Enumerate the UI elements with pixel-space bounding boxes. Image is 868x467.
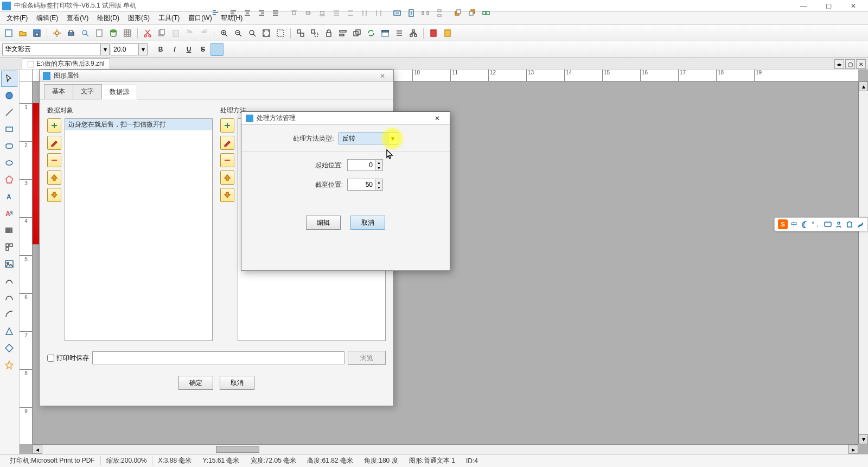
spacing-button-1[interactable] (332, 43, 345, 56)
spacing-button-3[interactable] (360, 43, 373, 56)
path-tool[interactable] (1, 273, 17, 289)
data-add-button[interactable] (47, 118, 61, 132)
align-right-button[interactable] (257, 43, 270, 56)
spin-down-icon[interactable]: ▼ (375, 165, 382, 171)
maximize-button[interactable]: ▢ (816, 0, 841, 12)
image-tool[interactable] (1, 256, 17, 272)
bold-button[interactable]: B (154, 43, 167, 56)
qrcode-tool[interactable] (1, 239, 17, 255)
end-pos-spinner[interactable]: ▲▼ (347, 179, 383, 191)
open-button[interactable] (16, 27, 29, 40)
dialog1-close-button[interactable]: ✕ (375, 71, 390, 81)
settings-button[interactable] (50, 27, 63, 40)
underline-button[interactable]: U (182, 43, 195, 56)
font-size-combo[interactable]: ▾ (111, 43, 148, 55)
save-path-input[interactable] (92, 351, 344, 364)
browse-button[interactable]: 浏览 (348, 351, 386, 365)
data-delete-button[interactable] (47, 153, 61, 167)
font-family-input[interactable] (3, 44, 100, 55)
preview-button[interactable] (79, 27, 92, 40)
align-center-button[interactable] (243, 43, 256, 56)
menu-file[interactable]: 文件(F) (2, 12, 32, 24)
spin-up-icon[interactable]: ▲ (375, 160, 382, 165)
align-left-button[interactable] (229, 43, 242, 56)
method-add-button[interactable] (220, 118, 234, 132)
spacing-button-4[interactable] (374, 43, 387, 56)
align-justify-button[interactable] (271, 43, 284, 56)
close-button[interactable]: ✕ (841, 0, 866, 12)
data-up-button[interactable] (47, 171, 61, 185)
distribute-v-button[interactable] (435, 43, 448, 56)
spin-up-icon[interactable]: ▲ (375, 179, 382, 185)
method-down-button[interactable] (220, 188, 234, 202)
menu-shape[interactable]: 图形(S) (124, 12, 154, 24)
method-delete-button[interactable] (220, 153, 234, 167)
scroll-h-thumb[interactable] (216, 446, 259, 453)
page-setup-button[interactable] (93, 27, 106, 40)
valign-mid-button[interactable] (304, 43, 317, 56)
dialog1-ok-button[interactable]: 确定 (178, 376, 213, 390)
chevron-down-icon[interactable]: ▾ (138, 44, 147, 55)
curve-tool[interactable] (1, 289, 17, 306)
tab-text[interactable]: 文字 (73, 84, 102, 99)
data-edit-button[interactable] (47, 136, 61, 150)
menu-edit[interactable]: 编辑(E) (32, 12, 62, 24)
scroll-left-button[interactable]: ◂ (33, 445, 42, 454)
polygon-tool[interactable] (1, 172, 17, 188)
fit-height-button[interactable] (407, 43, 420, 56)
distribute-h-button[interactable] (421, 43, 434, 56)
tab-datasource[interactable]: 数据源 (101, 85, 137, 99)
start-pos-input[interactable] (348, 160, 375, 171)
method-type-combo[interactable]: 反转 ▾ (339, 132, 398, 144)
barcode-tool[interactable] (1, 222, 17, 238)
dialog2-close-button[interactable]: ✕ (429, 113, 445, 124)
pan-tool[interactable] (1, 87, 17, 104)
dialog1-cancel-button[interactable]: 取消 (220, 376, 254, 390)
font-size-input[interactable] (111, 44, 138, 55)
cut-button[interactable] (141, 27, 154, 40)
dialog2-edit-button[interactable]: 编辑 (306, 216, 341, 230)
method-up-button[interactable] (220, 171, 234, 185)
bring-front-button[interactable] (454, 43, 467, 56)
new-button[interactable] (2, 27, 15, 40)
font-family-combo[interactable]: ▾ (2, 43, 110, 55)
menu-view[interactable]: 查看(V) (62, 12, 93, 24)
grid-button[interactable] (121, 27, 134, 40)
chevron-down-icon[interactable]: ▾ (388, 133, 398, 144)
valign-top-button[interactable] (290, 43, 303, 56)
line-tool[interactable] (1, 104, 17, 121)
menu-draw[interactable]: 绘图(D) (93, 12, 124, 24)
skin-icon[interactable] (846, 220, 853, 228)
valign-bot-button[interactable] (318, 43, 331, 56)
paste-button[interactable] (169, 27, 182, 40)
scroll-up-button[interactable]: ▴ (859, 81, 868, 91)
scrollbar-vertical[interactable]: ▴ ▾ (858, 81, 868, 444)
redo-button[interactable] (197, 27, 210, 40)
method-edit-button[interactable] (220, 136, 234, 150)
chevron-down-icon[interactable]: ▾ (100, 44, 109, 55)
ime-punct-icon[interactable]: °， (812, 220, 821, 229)
strike-button[interactable]: S (196, 43, 209, 56)
menu-tools[interactable]: 工具(T) (154, 12, 184, 24)
data-item-0[interactable]: 边身您在就后售，扫一扫信微开打 (65, 119, 212, 130)
round-rect-tool[interactable] (1, 138, 17, 154)
same-width-button[interactable] (482, 43, 495, 56)
data-object-list[interactable]: 边身您在就后售，扫一扫信微开打 (65, 118, 213, 341)
scroll-right-button[interactable]: ▸ (848, 445, 858, 454)
fit-width-button[interactable] (393, 43, 406, 56)
spacing-button-2[interactable] (346, 43, 359, 56)
tab-basic[interactable]: 基本 (44, 84, 73, 99)
triangle-tool[interactable] (1, 323, 17, 339)
direction-button[interactable] (210, 43, 224, 56)
star-tool[interactable] (1, 357, 17, 373)
dialog2-cancel-button[interactable]: 取消 (350, 216, 385, 230)
copy-button[interactable] (155, 27, 168, 40)
select-tool[interactable] (1, 71, 17, 87)
text-tool[interactable]: A (1, 188, 17, 205)
minimize-button[interactable]: — (791, 0, 816, 12)
rich-text-tool[interactable]: Aa (1, 205, 17, 222)
moon-icon[interactable] (801, 220, 808, 228)
save-button[interactable] (30, 27, 43, 40)
undo-button[interactable] (183, 27, 196, 40)
print-button[interactable] (65, 27, 78, 40)
